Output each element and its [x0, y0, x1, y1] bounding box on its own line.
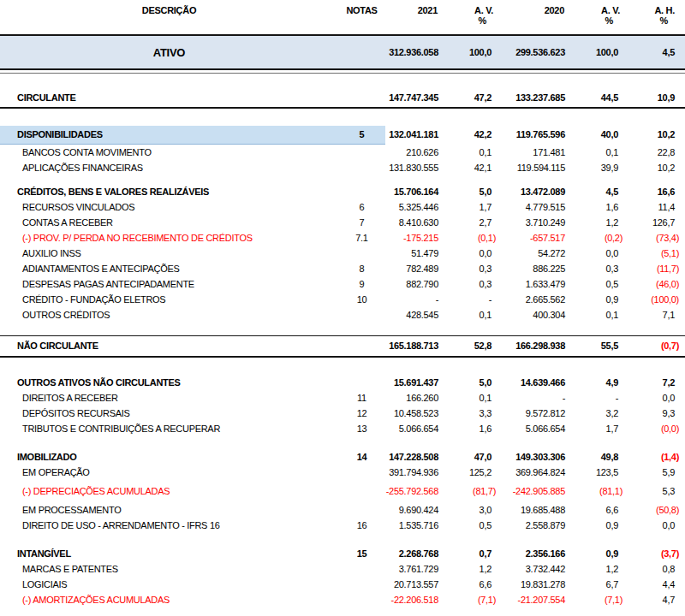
table-row: OUTROS ATIVOS NÃO CIRCULANTES15.691.4375…: [0, 375, 685, 390]
cell-label: DIREITOS A RECEBER: [0, 390, 338, 406]
cell-label: MARCAS E PATENTES: [0, 561, 338, 577]
table-row: IMOBILIZADO14147.228.50847,0149.303.3064…: [0, 449, 685, 465]
cell-a2: 1,6: [568, 199, 623, 215]
column-header-av-2021: A. V. %: [441, 0, 497, 34]
cell-v2: -657.517: [497, 230, 568, 246]
cell-label: (-) DEPRECIAÇÕES ACUMULADAS: [0, 483, 338, 499]
cell-label: CIRCULANTE: [0, 91, 338, 107]
table-row: INTANGÍVEL152.268.7680,72.356.1660,9(3,7…: [0, 546, 685, 561]
cell-notas: 12: [338, 406, 385, 421]
cell-a1: 42,2: [441, 126, 497, 145]
cell-notas: [338, 561, 385, 577]
column-header-label: 2021: [418, 5, 438, 15]
cell-ah: 16,6: [623, 184, 685, 199]
cell-a2: 0,0: [568, 246, 623, 261]
cell-a1: 47,2: [441, 91, 497, 107]
cell-a1: 42,1: [441, 160, 497, 175]
column-header-sublabel: %: [660, 15, 668, 26]
cell-v1: 166.260: [385, 390, 441, 406]
cell-v1: -: [385, 292, 441, 307]
cell-v1: 1.535.716: [385, 518, 441, 533]
cell-a1: 0,5: [441, 518, 497, 533]
cell-v1: 3.761.729: [385, 561, 441, 577]
cell-v2: 19.685.488: [497, 502, 568, 518]
cell-v1: -175.215: [385, 230, 441, 246]
cell-ah: 7,2: [623, 375, 685, 390]
cell-label: INTANGÍVEL: [0, 546, 338, 561]
cell-v2: 14.639.466: [497, 375, 568, 390]
table-row: CONTAS A RECEBER78.410.6302,73.710.2491,…: [0, 215, 685, 230]
column-header-descricao: DESCRIÇÃO: [0, 0, 338, 34]
cell-notas: [338, 246, 385, 261]
cell-notas: 8: [338, 261, 385, 276]
page-title: ATIVO: [0, 46, 338, 59]
cell-ah: (0,7): [623, 336, 685, 356]
spacer-row: [0, 175, 685, 184]
cell-ah: 0,8: [623, 561, 685, 577]
cell-a1: 0,7: [441, 546, 497, 561]
table-row: ADIANTAMENTOS E ANTECIPAÇÕES8782.4890,38…: [0, 261, 685, 276]
cell-a2: 6,6: [568, 502, 623, 518]
cell-a2: 44,5: [568, 91, 623, 107]
table-row: (-) DEPRECIAÇÕES ACUMULADAS-255.792.568(…: [0, 483, 685, 499]
table-row: EM PROCESSAMENTO9.690.4243,019.685.4886,…: [0, 502, 685, 518]
column-header-label: 2020: [545, 5, 564, 15]
cell-notas: 6: [338, 199, 385, 215]
column-header-label: A. V.: [474, 5, 493, 15]
cell-label: OUTROS ATIVOS NÃO CIRCULANTES: [0, 375, 338, 390]
cell-v2: 149.303.306: [497, 449, 568, 465]
column-header-sublabel: %: [605, 15, 613, 26]
cell-notas: [338, 307, 385, 323]
cell-v2: 13.472.089: [497, 184, 568, 199]
cell-a1: 3,0: [441, 502, 497, 518]
table-row: DEPÓSITOS RECURSAIS1210.458.5233,39.572.…: [0, 406, 685, 421]
balance-sheet: DESCRIÇÃO NOTAS 2021 A. V. % 2020 A. V. …: [0, 0, 685, 616]
table-row: DIREITO DE USO - ARRENDAMENTO - IFRS 161…: [0, 518, 685, 533]
cell-ah: (3,7): [623, 546, 685, 561]
cell-v1: 882.790: [385, 276, 441, 292]
cell-a2: 3,2: [568, 406, 623, 421]
cell-a2: 123,5: [568, 465, 623, 480]
cell-v2: 166.298.938: [497, 336, 568, 356]
cell-notas: [338, 160, 385, 175]
spacer-row: [0, 323, 685, 335]
cell-a1: (81,7): [441, 483, 497, 499]
cell-label: DIREITO DE USO - ARRENDAMENTO - IFRS 16: [0, 518, 338, 533]
cell-v2: 119.594.115: [497, 160, 568, 175]
cell-notas: 15: [338, 546, 385, 561]
cell-ah: (5,1): [623, 246, 685, 261]
spacer-row: [0, 358, 685, 375]
column-header-av-2020: A. V. %: [568, 0, 623, 34]
cell-a1: 100,0: [441, 47, 497, 57]
cell-a1: 0,0: [441, 246, 497, 261]
cell-label: NÃO CIRCULANTE: [0, 336, 338, 356]
column-header-2021: 2021: [385, 0, 441, 34]
table-row: DESPESAS PAGAS ANTECIPADAMENTE9882.7900,…: [0, 276, 685, 292]
table-row: (-) PROV. P/ PERDA NO RECEBIMENTO DE CRÉ…: [0, 230, 685, 246]
cell-a2: 4,5: [568, 184, 623, 199]
table-row: APLICAÇÕES FINANCEIRAS131.830.55542,1119…: [0, 160, 685, 175]
table-row: CRÉDITOS, BENS E VALORES REALIZÁVEIS15.7…: [0, 184, 685, 199]
cell-v1: 131.830.555: [385, 160, 441, 175]
cell-v2: 4.779.515: [497, 199, 568, 215]
cell-a1: 0,1: [441, 145, 497, 160]
cell-v1: 2.268.768: [385, 546, 441, 561]
cell-a1: (7,1): [441, 592, 497, 607]
spacer-row: [0, 436, 685, 449]
table-row: OUTROS CRÉDITOS428.5450,1400.3040,17,1: [0, 307, 685, 323]
cell-a2: 0,9: [568, 546, 623, 561]
cell-v2: 19.831.278: [497, 577, 568, 592]
cell-ah: 7,1: [623, 307, 685, 323]
cell-label: EM OPERAÇÃO: [0, 465, 338, 480]
cell-ah: (1,4): [623, 449, 685, 465]
cell-a2: 4,9: [568, 375, 623, 390]
cell-ah: (73,4): [623, 230, 685, 246]
cell-label: BANCOS CONTA MOVIMENTO: [0, 145, 338, 160]
cell-v1: 391.794.936: [385, 465, 441, 480]
cell-v2: 886.225: [497, 261, 568, 276]
cell-notas: [338, 91, 385, 107]
cell-label: CRÉDITO - FUNDAÇÃO ELETROS: [0, 292, 338, 307]
cell-ah: (46,0): [623, 276, 685, 292]
cell-label: IMOBILIZADO: [0, 449, 338, 465]
column-header-2020: 2020: [497, 0, 568, 34]
